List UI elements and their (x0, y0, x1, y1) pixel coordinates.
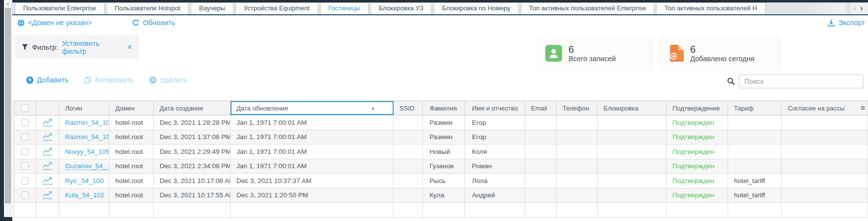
scrollbar-thumb[interactable] (5, 8, 11, 203)
stat-card-total: 6 Всего записей (537, 36, 653, 71)
stat-total-value: 6 (568, 44, 616, 55)
cell-created: Dec 3, 2021 10:17:08 AM (154, 174, 231, 188)
header-consent[interactable]: Согласие на рассы ≡ (782, 101, 868, 115)
cell-first-name: Коля (465, 145, 525, 159)
add-button[interactable]: + Добавить (26, 76, 68, 84)
cell-last-name: Рысь (423, 174, 465, 188)
cell-phone (557, 159, 598, 174)
cell-first-name: Егор (465, 130, 525, 145)
row-checkbox[interactable] (21, 177, 29, 184)
header-email[interactable]: Email (525, 101, 557, 115)
header-block[interactable]: Блокировка (598, 101, 667, 115)
cell-consent (782, 115, 868, 130)
login-link[interactable]: Kula_54_102 (65, 191, 104, 199)
clear-filter-icon[interactable]: × (127, 42, 132, 52)
login-link[interactable]: Razmin_54_103 (65, 119, 109, 126)
usage-chart-icon[interactable] (42, 177, 53, 185)
row-checkbox[interactable] (21, 162, 29, 170)
header-tariff[interactable]: Тариф (728, 101, 782, 115)
cell-block (598, 188, 667, 203)
cell-first-name: Лола (465, 174, 525, 188)
table-row: Kula_54_102 hotel.root Dec 3, 2021 10:17… (14, 188, 868, 203)
header-ssid[interactable]: SSID (394, 101, 423, 115)
tab-scroll-right-icon[interactable]: › (860, 3, 863, 13)
login-link[interactable]: Rys'_54_100 (65, 177, 103, 184)
cell-ssid (394, 203, 423, 217)
usage-chart-icon[interactable] (42, 147, 53, 156)
cell-email (525, 159, 557, 174)
filter-label: Фильтр: (32, 43, 58, 51)
tab-1[interactable]: Пользователи Hotspot (106, 2, 189, 14)
refresh-button[interactable]: Обновить (132, 19, 175, 27)
scroll-up-arrow-icon[interactable]: ▲ (4, 0, 12, 7)
stat-added-label: Добавлено сегодня (690, 55, 754, 63)
usage-chart-icon[interactable] (42, 191, 53, 199)
minus-circle-icon: − (149, 76, 157, 84)
header-phone[interactable]: Телефон (557, 101, 598, 115)
export-button[interactable]: Экспорт (828, 19, 865, 27)
row-checkbox[interactable] (21, 148, 29, 155)
tab-2[interactable]: Ваучеры (191, 2, 234, 14)
search-input[interactable] (739, 74, 864, 88)
add-label: Добавить (37, 76, 68, 84)
tab-4[interactable]: Гостиницы (320, 2, 368, 14)
cell-email (525, 174, 557, 188)
cell-consent (782, 188, 868, 203)
header-login[interactable]: Логин (59, 101, 109, 115)
usage-chart-icon[interactable] (42, 162, 53, 170)
header-updated-sorted[interactable]: Дата обновления ▲ (231, 101, 394, 115)
cell-ssid (394, 145, 423, 159)
delete-label: Удалить (160, 76, 187, 84)
usage-chart-icon[interactable] (42, 118, 53, 127)
cell-confirmation: Подтвержден (667, 145, 728, 159)
tab-8[interactable]: Топ активных пользователей H (656, 2, 765, 14)
tab-0[interactable]: Пользователи Enterprise (15, 2, 104, 14)
cell-consent (782, 174, 868, 188)
tab-5[interactable]: Блокировка УЗ (370, 2, 432, 14)
login-link[interactable]: Razmin_54_104 (65, 133, 109, 141)
tab-7[interactable]: Топ активных пользователей Enterprise (521, 2, 654, 14)
cell-last-name (423, 203, 465, 217)
cell-email (525, 188, 557, 203)
header-confirmation[interactable]: Подтверждение (667, 101, 728, 115)
cell-phone (557, 145, 598, 159)
cell-updated: Jan 1, 1971 7:00:01 AM (231, 145, 394, 159)
cell-block (598, 145, 667, 159)
vertical-scrollbar[interactable]: ▲ (4, 0, 12, 221)
row-checkbox[interactable] (21, 119, 29, 126)
cell-block (598, 130, 667, 145)
tab-3[interactable]: Устройства Equipment (235, 2, 318, 14)
copy-button[interactable]: Копировать (84, 76, 134, 84)
cell-updated: Dec 3, 2021 1:20:50 PM (231, 188, 394, 203)
header-chart-column (36, 101, 59, 115)
tab-6[interactable]: Блокировка по Номеру (434, 2, 519, 14)
header-created[interactable]: Дата создания (154, 101, 231, 115)
app-window: ▲ Пользователи EnterpriseПользователи Ho… (0, 0, 868, 221)
tab-scroll-left-icon[interactable]: ‹ (854, 3, 857, 13)
cell-tariff: hotel_tariff (728, 174, 782, 188)
domain-selector[interactable]: <Домен не указан> (17, 19, 92, 27)
row-checkbox[interactable] (21, 133, 29, 141)
cell-confirmation: Подтвержден (667, 130, 728, 145)
stat-total-label: Всего записей (568, 55, 616, 63)
header-last-name[interactable]: Фамилия (423, 101, 465, 115)
cell-phone (557, 203, 598, 217)
select-all-checkbox[interactable] (21, 105, 29, 112)
header-domain[interactable]: Домен (109, 101, 154, 115)
cell-block (598, 174, 667, 188)
row-checkbox[interactable] (21, 191, 29, 199)
delete-button[interactable]: − Удалить (149, 76, 187, 84)
cell-consent (782, 130, 868, 145)
cell-domain: hotel.root (109, 188, 154, 203)
login-link[interactable]: Guzanov_54_... (65, 162, 109, 170)
set-filter-link[interactable]: Установить фильтр (62, 39, 121, 55)
header-first-name[interactable]: Имя и отчество (465, 101, 525, 115)
cell-last-name: Гузанов (423, 159, 465, 174)
cell-tariff (728, 130, 782, 145)
usage-chart-icon[interactable] (42, 133, 53, 141)
tab-overflow-fade (807, 2, 846, 14)
copy-icon (84, 76, 92, 84)
login-link[interactable]: Novyy_54_105 (65, 148, 109, 155)
column-menu-icon[interactable]: ≡ (861, 101, 865, 115)
sort-asc-icon: ▲ (371, 106, 375, 110)
